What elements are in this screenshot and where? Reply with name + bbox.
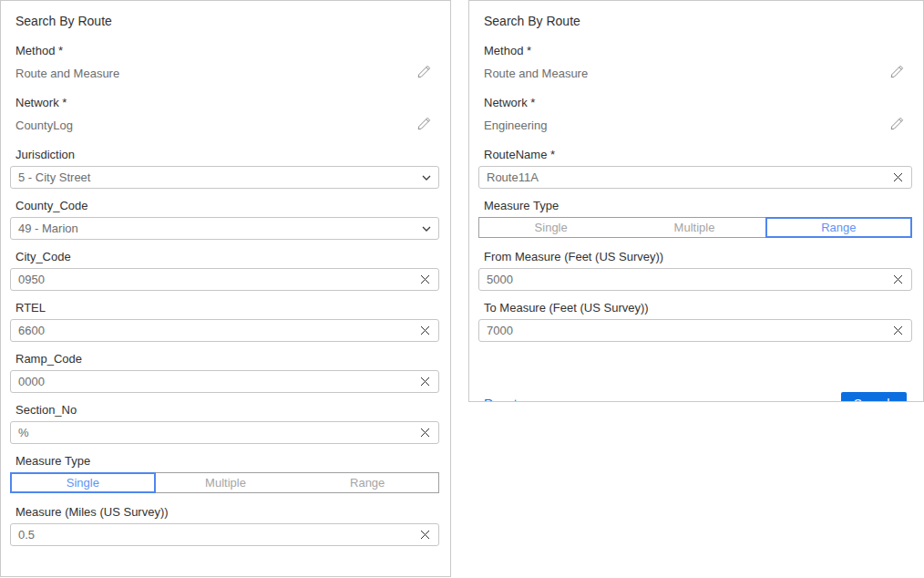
measure-type-label: Measure Type <box>484 199 907 212</box>
clear-x-icon <box>420 274 430 284</box>
from-measure-field <box>478 268 912 291</box>
network-value: CountyLog <box>15 119 73 132</box>
measure-type-segmented-control: Single Multiple Range <box>10 472 439 493</box>
jurisdiction-label: Jurisdiction <box>15 148 434 161</box>
route-name-input[interactable] <box>479 170 884 184</box>
method-row: Route and Measure <box>484 64 907 83</box>
pencil-icon <box>416 64 432 83</box>
pencil-icon <box>889 64 905 83</box>
chevron-down-icon <box>415 226 438 232</box>
measure-label: Measure (Miles (US Survey)) <box>15 505 434 519</box>
clear-x-icon <box>420 530 430 540</box>
network-label: Network * <box>484 96 907 109</box>
pencil-icon <box>416 116 432 135</box>
measure-input[interactable] <box>11 528 411 542</box>
clear-button[interactable] <box>411 422 438 443</box>
search-by-route-panel-right: Search By Route Method * Route and Measu… <box>468 0 924 402</box>
clear-button[interactable] <box>411 524 438 545</box>
search-button[interactable]: Search <box>368 576 434 577</box>
search-button[interactable]: Search <box>841 392 907 402</box>
route-name-label: RouteName * <box>484 148 907 161</box>
network-edit-button[interactable] <box>888 116 907 135</box>
clear-x-icon <box>893 325 903 335</box>
measure-type-segment-single[interactable]: Single <box>10 472 156 493</box>
city-code-field <box>10 268 439 291</box>
measure-type-segment-single[interactable]: Single <box>479 218 622 237</box>
method-edit-button[interactable] <box>415 64 434 83</box>
ramp-code-input[interactable] <box>11 375 411 388</box>
section-no-input[interactable] <box>11 426 411 439</box>
network-row: Engineering <box>484 116 907 135</box>
clear-x-icon <box>893 172 903 182</box>
ramp-code-label: Ramp_Code <box>15 352 434 366</box>
measure-type-segmented-control: Single Multiple Range <box>478 217 912 238</box>
method-value: Route and Measure <box>15 67 119 80</box>
from-measure-label: From Measure (Feet (US Survey)) <box>484 250 907 263</box>
method-value: Route and Measure <box>484 67 588 80</box>
county-code-label: County_Code <box>15 199 434 212</box>
measure-field <box>10 523 439 546</box>
clear-x-icon <box>420 325 430 335</box>
clear-button[interactable] <box>884 320 911 341</box>
method-label: Method * <box>15 44 434 57</box>
panel-title: Search By Route <box>15 14 434 28</box>
measure-type-segment-range[interactable]: Range <box>765 217 912 238</box>
pencil-icon <box>889 116 905 135</box>
network-value: Engineering <box>484 119 547 132</box>
clear-button[interactable] <box>411 269 438 290</box>
city-code-label: City_Code <box>15 250 434 263</box>
method-row: Route and Measure <box>15 64 434 83</box>
to-measure-label: To Measure (Feet (US Survey)) <box>484 301 907 315</box>
panel-title: Search By Route <box>484 14 907 28</box>
to-measure-field <box>478 319 912 342</box>
measure-type-label: Measure Type <box>15 454 434 468</box>
clear-x-icon <box>420 428 430 438</box>
clear-button[interactable] <box>411 320 438 341</box>
search-by-route-panel-left: Search By Route Method * Route and Measu… <box>0 0 451 577</box>
measure-type-segment-multiple[interactable]: Multiple <box>155 473 297 492</box>
rtel-label: RTEL <box>15 301 434 315</box>
section-no-label: Section_No <box>15 403 434 417</box>
clear-button[interactable] <box>884 269 911 290</box>
county-code-select[interactable]: 49 - Marion <box>10 217 439 240</box>
route-name-field <box>478 166 912 189</box>
clear-button[interactable] <box>411 371 438 392</box>
chevron-down-icon <box>415 175 438 181</box>
method-edit-button[interactable] <box>888 64 907 83</box>
panel-footer: Reset Search <box>15 576 434 577</box>
clear-x-icon <box>893 274 903 284</box>
clear-button[interactable] <box>884 167 911 188</box>
network-label: Network * <box>15 96 434 109</box>
measure-type-segment-multiple[interactable]: Multiple <box>622 218 765 237</box>
jurisdiction-select[interactable]: 5 - City Street <box>10 166 439 189</box>
from-measure-input[interactable] <box>479 273 884 286</box>
jurisdiction-selected-value: 5 - City Street <box>11 170 415 184</box>
method-label: Method * <box>484 44 907 57</box>
section-no-field <box>10 421 439 444</box>
panel-footer: Reset Search <box>484 392 907 402</box>
clear-x-icon <box>420 377 430 387</box>
to-measure-input[interactable] <box>479 324 884 337</box>
rtel-input[interactable] <box>11 324 411 337</box>
county-code-selected-value: 49 - Marion <box>11 222 415 235</box>
reset-link[interactable]: Reset <box>484 397 518 402</box>
ramp-code-field <box>10 370 439 393</box>
network-edit-button[interactable] <box>415 116 434 135</box>
city-code-input[interactable] <box>11 273 411 286</box>
rtel-field <box>10 319 439 342</box>
measure-type-segment-range[interactable]: Range <box>296 473 438 492</box>
network-row: CountyLog <box>15 116 434 135</box>
